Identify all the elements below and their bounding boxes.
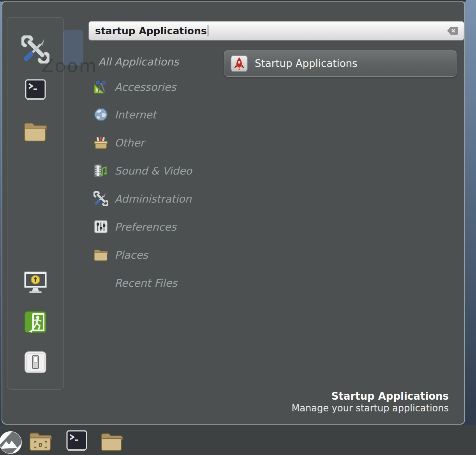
terminal-icon[interactable] [25, 79, 46, 101]
category-recent-files[interactable]: Recent Files [93, 274, 226, 291]
sound-video-icon [93, 163, 108, 178]
lock-screen-icon[interactable] [23, 271, 48, 294]
taskbar-panel: D [0, 425, 476, 455]
category-label: Preferences [115, 221, 176, 233]
category-internet[interactable]: Internet [93, 106, 226, 123]
category-label: Administration [115, 193, 192, 205]
category-accessories[interactable]: Accessories [93, 78, 226, 95]
system-tools-icon[interactable] [21, 35, 49, 63]
category-label: Places [115, 249, 148, 261]
other-icon [93, 135, 108, 150]
category-label: Other [115, 137, 145, 149]
accessories-icon [93, 79, 108, 94]
menu-launcher-icon[interactable] [0, 431, 22, 455]
search-value: startup Applications [95, 25, 207, 37]
selection-subtitle: Manage your startup applications [176, 402, 449, 414]
favorites-sidebar [7, 17, 64, 390]
desktop-folder-icon[interactable]: D [29, 430, 52, 453]
category-places[interactable]: Places [93, 246, 226, 263]
category-label: All Applications [98, 56, 179, 68]
selection-info: Startup Applications Manage your startup… [176, 390, 449, 414]
category-administration[interactable]: Administration [93, 190, 226, 207]
search-input[interactable]: startup Applications [88, 21, 464, 41]
internet-icon [93, 107, 108, 122]
panel-files-icon[interactable] [100, 431, 123, 453]
category-label: Accessories [115, 81, 176, 93]
svg-text:D: D [39, 442, 42, 448]
startup-applications-icon [231, 55, 248, 72]
category-label: Internet [115, 109, 156, 121]
administration-icon [93, 191, 108, 206]
mint-menu-popup: Zoom [2, 1, 465, 425]
panel-terminal-icon[interactable] [66, 430, 87, 453]
result-label: Startup Applications [255, 58, 358, 69]
text-cursor [208, 25, 208, 36]
category-sound-video[interactable]: Sound & Video [93, 162, 226, 179]
logout-icon[interactable] [25, 311, 46, 333]
selection-title: Startup Applications [176, 390, 449, 402]
category-preferences[interactable]: Preferences [93, 218, 226, 235]
preferences-icon [93, 219, 108, 234]
result-startup-applications[interactable]: Startup Applications [224, 50, 457, 77]
category-label: Recent Files [115, 277, 177, 289]
clear-search-icon[interactable] [447, 26, 458, 35]
file-manager-icon[interactable] [23, 120, 48, 142]
shutdown-icon[interactable] [24, 351, 47, 374]
category-label: Sound & Video [115, 165, 192, 177]
category-all-applications[interactable]: All Applications [93, 53, 226, 70]
places-icon [93, 247, 108, 262]
category-other[interactable]: Other [93, 134, 226, 151]
